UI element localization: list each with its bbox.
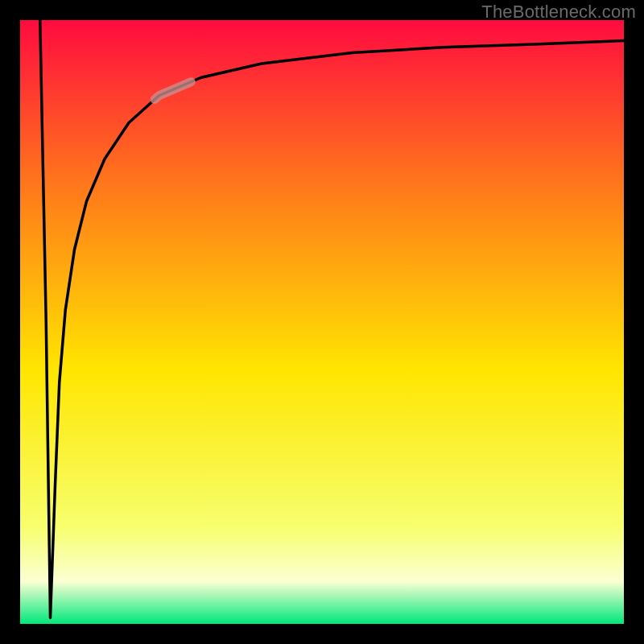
- watermark-text: TheBottleneck.com: [481, 2, 636, 23]
- chart-frame: TheBottleneck.com: [0, 0, 644, 644]
- chart-svg: [20, 20, 624, 624]
- gradient-background: [20, 20, 624, 624]
- plot-area: [20, 20, 624, 624]
